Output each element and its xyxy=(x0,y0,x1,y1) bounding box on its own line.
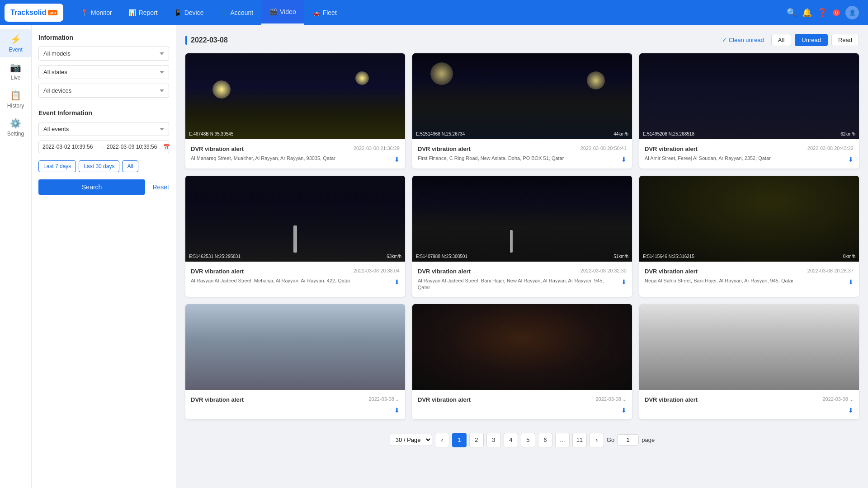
sidebar-item-setting[interactable]: ⚙️ Setting xyxy=(0,113,31,141)
sidebar-item-live[interactable]: 📷 Live xyxy=(0,57,31,85)
last-30-days-button[interactable]: Last 30 days xyxy=(79,160,119,172)
check-icon: ✓ xyxy=(722,37,727,43)
sidebar-item-live-label: Live xyxy=(10,75,20,81)
date-range-picker[interactable]: — 📅 xyxy=(38,141,169,153)
video-info: DVR vibration alert 2022-03-08 ... ⬇ xyxy=(185,390,405,419)
video-timestamp: 2022-03-08 ... xyxy=(369,396,400,402)
download-icon[interactable]: ⬇ xyxy=(621,407,627,414)
nav-device[interactable]: 📱Device xyxy=(166,0,212,25)
sidebar-item-history[interactable]: 📋 History xyxy=(0,85,31,113)
video-info: DVR vibration alert 2022-03-08 ... ⬇ xyxy=(412,390,632,419)
video-address-row: First Finance, C Ring Road, New Aslata, … xyxy=(418,155,627,163)
video-card[interactable]: E:51462531 N:25:295031 63km/h DVR vibrat… xyxy=(185,176,405,297)
date-from-input[interactable] xyxy=(42,144,97,150)
page-5-button[interactable]: 5 xyxy=(521,433,535,447)
all-time-button[interactable]: All xyxy=(122,160,138,172)
reset-button[interactable]: Reset xyxy=(152,183,169,191)
video-card[interactable]: E:51407988 N:25:308501 51km/h DVR vibrat… xyxy=(412,176,632,297)
thumb-coords: E:46748B N:95:39545 xyxy=(189,131,233,136)
tab-read[interactable]: Read xyxy=(831,34,859,46)
setting-icon: ⚙️ xyxy=(10,118,21,129)
last-7-days-button[interactable]: Last 7 days xyxy=(38,160,76,172)
thumb-coords: E:51495208 N:25:268518 xyxy=(643,131,694,136)
nav-monitor[interactable]: 📍Monitor xyxy=(72,0,120,25)
page-3-button[interactable]: 3 xyxy=(486,433,501,447)
video-timestamp: 2022-03-08 20:26:37 xyxy=(807,268,854,273)
page-11-button[interactable]: 11 xyxy=(572,433,587,447)
download-icon[interactable]: ⬇ xyxy=(848,407,854,414)
video-address-row: ⬇ xyxy=(418,406,627,414)
download-icon[interactable]: ⬇ xyxy=(394,278,400,286)
video-card[interactable]: DVR vibration alert 2022-03-08 ... ⬇ xyxy=(185,304,405,419)
nav-items: 📍Monitor 📊Report 📱Device 👤Account 🎬Video… xyxy=(72,0,787,25)
filter-title: Information xyxy=(38,34,169,41)
read-filter-tabs: ✓ Clean unread All Unread Read xyxy=(722,34,859,46)
video-title-row: DVR vibration alert 2022-03-08 ... xyxy=(191,396,400,404)
video-thumbnail: E:51495208 N:25:268518 62km/h xyxy=(639,53,859,139)
date-to-input[interactable] xyxy=(107,144,161,150)
video-title: DVR vibration alert xyxy=(191,268,244,275)
page-1-button[interactable]: 1 xyxy=(452,433,467,447)
search-icon[interactable]: 🔍 xyxy=(787,8,797,18)
download-icon[interactable]: ⬇ xyxy=(621,156,627,163)
page-2-button[interactable]: 2 xyxy=(469,433,484,447)
nav-report[interactable]: 📊Report xyxy=(120,0,166,25)
video-grid: E:46748B N:95:39545 DVR vibration alert … xyxy=(185,53,859,419)
event-type-select[interactable]: All events xyxy=(38,122,169,136)
page-ellipsis[interactable]: ... xyxy=(555,433,570,447)
video-card[interactable]: DVR vibration alert 2022-03-08 ... ⬇ xyxy=(412,304,632,419)
model-select[interactable]: All models xyxy=(38,47,169,61)
download-icon[interactable]: ⬇ xyxy=(394,407,400,414)
download-icon[interactable]: ⬇ xyxy=(848,156,854,163)
video-thumbnail: E:51407988 N:25:308501 51km/h xyxy=(412,176,632,262)
video-address-row: Al Rayyan Al Jadeed Street, Bani Hajer, … xyxy=(418,277,627,291)
page-size-select[interactable]: 30 / Page xyxy=(390,434,432,446)
logo-pro-badge: pro xyxy=(48,10,57,15)
video-card[interactable]: DVR vibration alert 2022-03-08 ... ⬇ xyxy=(639,304,859,419)
nav-video[interactable]: 🎬Video xyxy=(261,0,304,25)
history-icon: 📋 xyxy=(10,90,21,101)
calendar-icon[interactable]: 📅 xyxy=(163,144,170,150)
page-6-button[interactable]: 6 xyxy=(538,433,552,447)
nav-account[interactable]: 👤Account xyxy=(212,0,262,25)
video-info: DVR vibration alert 2022-03-08 20:38:04 … xyxy=(185,262,405,291)
tab-unread[interactable]: Unread xyxy=(795,34,828,46)
video-card[interactable]: E:46748B N:95:39545 DVR vibration alert … xyxy=(185,53,405,169)
video-card[interactable]: E:51514968 N:25:26734 44km/h DVR vibrati… xyxy=(412,53,632,169)
download-icon[interactable]: ⬇ xyxy=(621,278,627,286)
thumb-speed: 44km/h xyxy=(613,131,628,136)
video-title: DVR vibration alert xyxy=(645,145,698,152)
report-icon: 📊 xyxy=(128,9,136,16)
video-info: DVR vibration alert 2022-03-08 20:26:37 … xyxy=(639,262,859,291)
tab-all[interactable]: All xyxy=(771,34,791,46)
user-avatar[interactable]: 👤 xyxy=(845,6,859,19)
goto-input[interactable] xyxy=(617,434,639,446)
notification-icon[interactable]: 🔔 xyxy=(802,8,812,18)
nav-fleet[interactable]: 🚗Fleet xyxy=(304,0,345,25)
page-4-button[interactable]: 4 xyxy=(504,433,518,447)
video-timestamp: 2022-03-08 21:36:29 xyxy=(354,145,400,151)
help-icon[interactable]: ❓ xyxy=(817,8,827,18)
next-page-button[interactable]: › xyxy=(590,433,604,447)
event-filters: All events — 📅 xyxy=(38,122,169,153)
device-select[interactable]: All devices xyxy=(38,84,169,98)
video-card[interactable]: E:51495208 N:25:268518 62km/h DVR vibrat… xyxy=(639,53,859,169)
video-card[interactable]: E:51415646 N:25:316215 0km/h DVR vibrati… xyxy=(639,176,859,297)
sidebar-item-history-label: History xyxy=(7,103,24,109)
video-timestamp: 2022-03-08 20:43:22 xyxy=(807,145,854,151)
state-select[interactable]: All states xyxy=(38,65,169,79)
video-timestamp: 2022-03-08 20:32:30 xyxy=(580,268,627,273)
help-badge: 0 xyxy=(833,9,840,16)
video-title: DVR vibration alert xyxy=(418,268,471,275)
prev-page-button[interactable]: ‹ xyxy=(435,433,449,447)
clean-unread-button[interactable]: ✓ Clean unread xyxy=(722,37,764,43)
thumb-speed: 63km/h xyxy=(387,254,401,259)
video-address-row: Al Mahareq Street, Muaither, Al Rayyan, … xyxy=(191,155,400,163)
search-button[interactable]: Search xyxy=(38,179,145,195)
video-thumbnail xyxy=(639,304,859,390)
filter-panel: Information All models All states All de… xyxy=(32,25,176,488)
download-icon[interactable]: ⬇ xyxy=(394,156,400,163)
video-address-row: Al Amir Street, Fereej Al Soudan, Ar Ray… xyxy=(645,155,854,163)
download-icon[interactable]: ⬇ xyxy=(848,278,854,286)
sidebar-item-event[interactable]: ⚡ Event xyxy=(0,29,31,57)
